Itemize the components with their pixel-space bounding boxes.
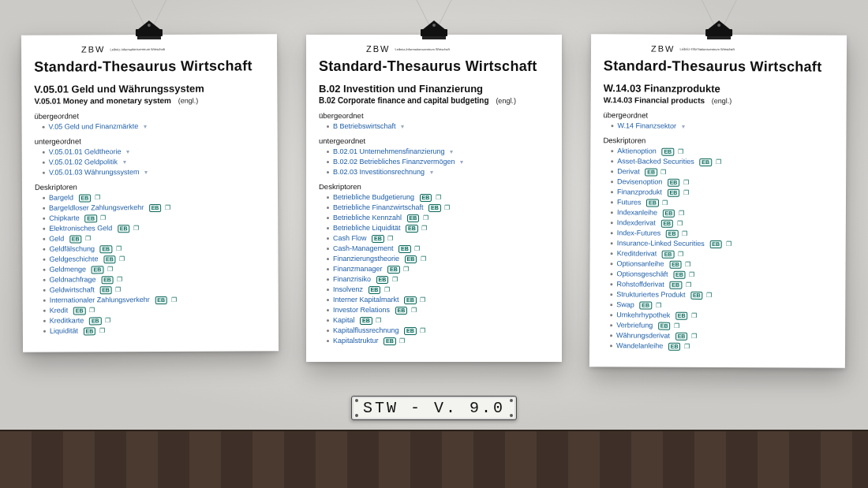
stack-icon[interactable]: ❐ bbox=[683, 179, 689, 186]
term-link[interactable]: V.05.01.02 Geldpolitik bbox=[49, 158, 118, 166]
term-link[interactable]: Chipkarte bbox=[49, 214, 80, 222]
stack-icon[interactable]: ❐ bbox=[85, 235, 91, 242]
eb-badge[interactable]: EB bbox=[662, 251, 675, 259]
eb-badge[interactable]: EB bbox=[690, 292, 703, 300]
stack-icon[interactable]: ❐ bbox=[116, 245, 122, 252]
eb-badge[interactable]: EB bbox=[405, 255, 417, 263]
term-link[interactable]: Geldmenge bbox=[49, 265, 86, 273]
eb-badge[interactable]: EB bbox=[103, 255, 116, 263]
list-item[interactable]: B.02.02 Betriebliches Finanzvermögen ▾ bbox=[327, 157, 549, 167]
eb-badge[interactable]: EB bbox=[661, 148, 674, 156]
eb-badge[interactable]: EB bbox=[675, 333, 688, 341]
eb-badge[interactable]: EB bbox=[387, 266, 400, 274]
eb-badge[interactable]: EB bbox=[669, 261, 682, 269]
stack-icon[interactable]: ❐ bbox=[726, 240, 731, 248]
eb-badge[interactable]: EB bbox=[669, 281, 682, 289]
eb-badge[interactable]: EB bbox=[84, 214, 97, 222]
stack-icon[interactable]: ❐ bbox=[399, 337, 405, 345]
stack-icon[interactable]: ❐ bbox=[421, 225, 427, 232]
term-link[interactable]: Geldnachfrage bbox=[50, 275, 96, 283]
stack-icon[interactable]: ❐ bbox=[100, 214, 106, 222]
term-link[interactable]: V.05.01.01 Geldtheorie bbox=[49, 147, 122, 155]
stack-icon[interactable]: ❐ bbox=[107, 266, 113, 273]
stack-icon[interactable]: ❐ bbox=[119, 255, 125, 263]
term-link[interactable]: Devisenoption bbox=[617, 177, 662, 185]
term-link[interactable]: B.02.03 Investitionsrechnung bbox=[333, 168, 425, 176]
eb-badge[interactable]: EB bbox=[660, 220, 673, 228]
eb-badge[interactable]: EB bbox=[376, 276, 389, 284]
eb-badge[interactable]: EB bbox=[639, 301, 652, 309]
stack-icon[interactable]: ❐ bbox=[117, 276, 122, 283]
list-item[interactable]: Finanzierungstheorie EB ❐ bbox=[327, 254, 549, 264]
eb-badge[interactable]: EB bbox=[666, 230, 679, 238]
stack-icon[interactable]: ❐ bbox=[706, 292, 712, 299]
stack-icon[interactable]: ❐ bbox=[660, 169, 666, 176]
term-link[interactable]: B Betriebswirtschaft bbox=[333, 122, 396, 130]
stack-icon[interactable]: ❐ bbox=[171, 296, 177, 304]
term-link[interactable]: Index-Futures bbox=[617, 229, 661, 237]
term-link[interactable]: Umkehrhypothek bbox=[616, 311, 670, 319]
term-link[interactable]: Optionsgeschäft bbox=[616, 270, 668, 278]
stack-icon[interactable]: ❐ bbox=[115, 286, 121, 293]
stack-icon[interactable]: ❐ bbox=[414, 245, 420, 252]
eb-badge[interactable]: EB bbox=[99, 286, 112, 294]
list-item[interactable]: B.02.01 Unternehmensfinanzierung ▾ bbox=[327, 147, 549, 157]
stack-icon[interactable]: ❐ bbox=[656, 302, 661, 309]
term-link[interactable]: Finanzmanager bbox=[333, 265, 383, 273]
term-link[interactable]: Finanzierungstheorie bbox=[333, 255, 399, 263]
eb-badge[interactable]: EB bbox=[404, 327, 417, 335]
stack-icon[interactable]: ❐ bbox=[133, 225, 139, 232]
term-link[interactable]: Betriebliche Budgetierung bbox=[333, 193, 414, 201]
list-item[interactable]: Investor Relations EB ❐ bbox=[327, 305, 549, 315]
stack-icon[interactable]: ❐ bbox=[376, 317, 381, 324]
stack-icon[interactable]: ❐ bbox=[678, 148, 683, 155]
eb-badge[interactable]: EB bbox=[420, 194, 432, 202]
eb-badge[interactable]: EB bbox=[99, 245, 112, 253]
eb-badge[interactable]: EB bbox=[406, 225, 418, 233]
eb-badge[interactable]: EB bbox=[83, 327, 95, 335]
term-link[interactable]: Finanzrisiko bbox=[333, 275, 371, 283]
stack-icon[interactable]: ❐ bbox=[683, 189, 689, 196]
stack-icon[interactable]: ❐ bbox=[99, 327, 105, 334]
eb-badge[interactable]: EB bbox=[155, 296, 167, 304]
term-link[interactable]: Geldwirtschaft bbox=[50, 285, 95, 293]
eb-badge[interactable]: EB bbox=[398, 245, 411, 253]
list-item[interactable]: Finanzmanager EB ❐ bbox=[327, 264, 549, 274]
term-link[interactable]: Futures bbox=[617, 198, 642, 206]
eb-badge[interactable]: EB bbox=[404, 296, 417, 304]
stack-icon[interactable]: ❐ bbox=[403, 266, 409, 273]
eb-badge[interactable]: EB bbox=[646, 199, 659, 207]
stack-icon[interactable]: ❐ bbox=[662, 199, 668, 207]
term-link[interactable]: Kreditkarte bbox=[50, 316, 84, 324]
term-link[interactable]: Kapital bbox=[333, 316, 355, 324]
stack-icon[interactable]: ❐ bbox=[691, 312, 697, 319]
term-link[interactable]: Kapitalflussrechnung bbox=[333, 326, 399, 334]
list-item[interactable]: Betriebliche Finanzwirtschaft EB ❐ bbox=[327, 203, 549, 213]
term-link[interactable]: Bargeldloser Zahlungsverkehr bbox=[49, 203, 144, 212]
stack-icon[interactable]: ❐ bbox=[716, 158, 721, 166]
term-link[interactable]: Liquidität bbox=[50, 326, 78, 334]
eb-badge[interactable]: EB bbox=[73, 307, 86, 315]
stack-icon[interactable]: ❐ bbox=[679, 210, 684, 217]
stack-icon[interactable]: ❐ bbox=[682, 230, 687, 237]
eb-badge[interactable]: EB bbox=[92, 266, 104, 274]
eb-badge[interactable]: EB bbox=[668, 343, 681, 351]
list-item[interactable]: Kapitalstruktur EB ❐ bbox=[327, 336, 549, 346]
term-link[interactable]: B.02.01 Unternehmensfinanzierung bbox=[333, 147, 445, 155]
term-link[interactable]: Insolvenz bbox=[333, 285, 363, 293]
list-item[interactable]: Liquidität EB ❐ bbox=[43, 325, 266, 336]
term-link[interactable]: Indexanleihe bbox=[617, 208, 657, 216]
list-item[interactable]: Betriebliche Budgetierung EB ❐ bbox=[327, 192, 549, 203]
stack-icon[interactable]: ❐ bbox=[678, 251, 683, 258]
term-link[interactable]: Strukturiertes Produkt bbox=[616, 290, 685, 298]
term-link[interactable]: V.05 Geld und Finanzmärkte bbox=[49, 122, 139, 131]
stack-icon[interactable]: ❐ bbox=[105, 317, 110, 324]
term-link[interactable]: Elektronisches Geld bbox=[49, 224, 112, 232]
list-item[interactable]: Betriebliche Kennzahl EB ❐ bbox=[327, 213, 549, 223]
term-link[interactable]: V.05.01.03 Währungssystem bbox=[49, 168, 140, 177]
term-link[interactable]: Finanzprodukt bbox=[617, 188, 662, 196]
eb-badge[interactable]: EB bbox=[369, 286, 381, 294]
term-link[interactable]: W.14 Finanzsektor bbox=[617, 121, 676, 129]
stack-icon[interactable]: ❐ bbox=[95, 194, 100, 201]
stack-icon[interactable]: ❐ bbox=[674, 322, 679, 330]
